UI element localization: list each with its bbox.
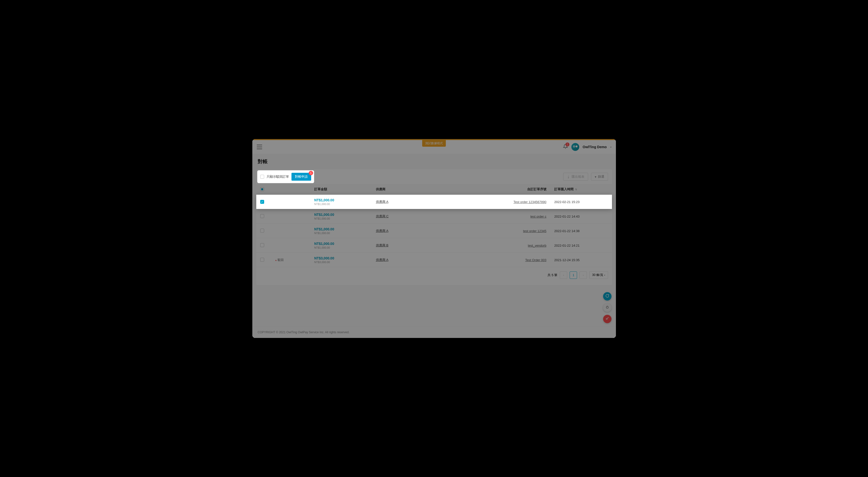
- only-rejected-label: 只顯示駁回訂單: [267, 174, 289, 179]
- import-time: 2022-02-21 15:23: [551, 195, 612, 209]
- order-number-link[interactable]: test order 12345: [523, 229, 547, 233]
- table-row[interactable]: NT$1,000.00NT$1,000.00供應商 Ctest order c2…: [256, 209, 612, 224]
- chevron-down-icon: ▾: [604, 274, 605, 277]
- menu-toggle-button[interactable]: [257, 145, 262, 149]
- rejected-badge: ▲駁回: [275, 258, 284, 262]
- pagination-page-1[interactable]: 1: [570, 272, 577, 279]
- test-mode-badge: 測試數據模式: [422, 140, 446, 147]
- filter-label: 篩選: [598, 174, 604, 179]
- sync-icon: [605, 294, 609, 299]
- page-title: 對帳: [258, 158, 611, 165]
- fab-column: [603, 292, 612, 323]
- content-panel: 只顯示駁回訂單 對帳申請 1 ⭳ 匯出報表 ▾ 篩選: [256, 169, 612, 285]
- amount-sub: NT$1,000.00: [314, 217, 368, 220]
- col-header-amount[interactable]: 訂單金額: [310, 184, 372, 195]
- row-checkbox[interactable]: [260, 258, 264, 262]
- import-time: 2022-01-22 14:43: [551, 209, 612, 224]
- export-report-label: 匯出報表: [571, 174, 584, 179]
- notification-count-badge: 2: [565, 142, 569, 147]
- svg-point-1: [606, 318, 607, 319]
- import-time: 2021-12-24 15:35: [551, 253, 612, 267]
- vendor-link[interactable]: 供應商 C: [376, 214, 389, 218]
- row-checkbox[interactable]: [260, 229, 264, 232]
- topbar-right: 2 OwlTing Demo ▾: [563, 143, 612, 151]
- pagination-prev[interactable]: ‹: [560, 272, 567, 279]
- import-time: 2022-01-22 14:21: [551, 238, 612, 253]
- username-label: OwlTing Demo: [583, 145, 607, 149]
- vendor-link[interactable]: 供應商 B: [376, 244, 389, 247]
- row-checkbox[interactable]: [260, 200, 264, 204]
- col-header-orderno[interactable]: 自訂訂單序號: [487, 184, 551, 195]
- table-row[interactable]: ▲駁回NT$3,000.00NT$3,000.00供應商 ATest Order…: [256, 253, 612, 267]
- orders-table: 訂單金額 供應商 自訂訂單序號 訂單匯入時間 ⇅ NT$1,000.00NT$1…: [256, 184, 612, 267]
- debug-fab[interactable]: [603, 304, 612, 312]
- key-icon: [606, 317, 609, 321]
- amount-main: NT$1,000.00: [314, 227, 368, 231]
- amount-main: NT$1,000.00: [314, 198, 368, 202]
- vendor-link[interactable]: 供應商 A: [376, 258, 389, 262]
- col-header-import-time[interactable]: 訂單匯入時間 ⇅: [551, 184, 612, 195]
- warning-triangle-icon: ▲: [275, 259, 277, 261]
- pagination-next[interactable]: ›: [580, 272, 587, 279]
- bug-icon: [605, 305, 609, 310]
- download-icon: ⭳: [567, 175, 570, 179]
- sync-fab[interactable]: [603, 292, 612, 300]
- pagination: 共 5 筆 ‹ 1 › 30 條/頁 ▾: [256, 267, 612, 283]
- toolbar-right: ⭳ 匯出報表 ▾ 篩選: [563, 173, 608, 181]
- order-number-link[interactable]: test order c: [530, 215, 546, 218]
- footer-copyright: COPYRIGHT © 2021 OwlTing OwlPay Service …: [252, 326, 616, 338]
- amount-sub: NT$1,000.00: [314, 232, 368, 234]
- pagination-total: 共 5 筆: [548, 273, 557, 277]
- reconcile-apply-badge: 1: [309, 171, 313, 175]
- notifications-button[interactable]: 2: [563, 144, 568, 150]
- toolbar-left-spotlight: 只顯示駁回訂單 對帳申請 1: [257, 170, 314, 183]
- vendor-link[interactable]: 供應商 A: [376, 200, 389, 203]
- reconcile-apply-label: 對帳申請: [295, 175, 308, 179]
- toolbar: 只顯示駁回訂單 對帳申請 1 ⭳ 匯出報表 ▾ 篩選: [256, 169, 612, 184]
- app-frame: 測試數據模式 2 OwlTing Demo ▾ 對帳 只顯示駁回訂單: [252, 139, 616, 338]
- amount-main: NT$3,000.00: [314, 256, 368, 260]
- reconcile-apply-button[interactable]: 對帳申請 1: [291, 173, 311, 181]
- amount-main: NT$1,000.00: [314, 242, 368, 246]
- filter-button[interactable]: ▾ 篩選: [591, 173, 608, 181]
- page-size-select[interactable]: 30 條/頁 ▾: [589, 271, 608, 279]
- amount-sub: NT$1,000.00: [314, 202, 368, 205]
- table-row[interactable]: NT$1,000.00NT$1,000.00供應商 Atest order 12…: [256, 224, 612, 238]
- chevron-down-icon[interactable]: ▾: [610, 146, 612, 149]
- vendor-link[interactable]: 供應商 A: [376, 229, 389, 232]
- amount-main: NT$1,000.00: [314, 213, 368, 217]
- key-fab[interactable]: [603, 315, 612, 323]
- page-title-bar: 對帳: [252, 154, 616, 169]
- row-checkbox[interactable]: [260, 243, 264, 247]
- filter-icon: ▾: [595, 175, 596, 179]
- amount-sub: NT$1,000.00: [314, 246, 368, 249]
- export-report-button[interactable]: ⭳ 匯出報表: [563, 173, 588, 181]
- import-time: 2022-01-22 14:38: [551, 224, 612, 238]
- only-rejected-checkbox[interactable]: [260, 175, 264, 179]
- table-row[interactable]: NT$1,000.00NT$1,000.00供應商 ATest order 12…: [256, 195, 612, 209]
- order-number-link[interactable]: Test Order 003: [525, 258, 547, 262]
- order-number-link[interactable]: Test order 1234567890: [514, 200, 547, 204]
- select-all-checkbox[interactable]: [260, 187, 264, 191]
- table-row[interactable]: NT$1,000.00NT$1,000.00供應商 Btest_vendorb2…: [256, 238, 612, 253]
- col-header-vendor[interactable]: 供應商: [372, 184, 487, 195]
- sort-icon: ⇅: [575, 188, 577, 191]
- avatar[interactable]: [571, 143, 579, 151]
- row-checkbox[interactable]: [260, 214, 264, 218]
- amount-sub: NT$3,000.00: [314, 261, 368, 264]
- order-number-link[interactable]: test_vendorb: [528, 244, 546, 247]
